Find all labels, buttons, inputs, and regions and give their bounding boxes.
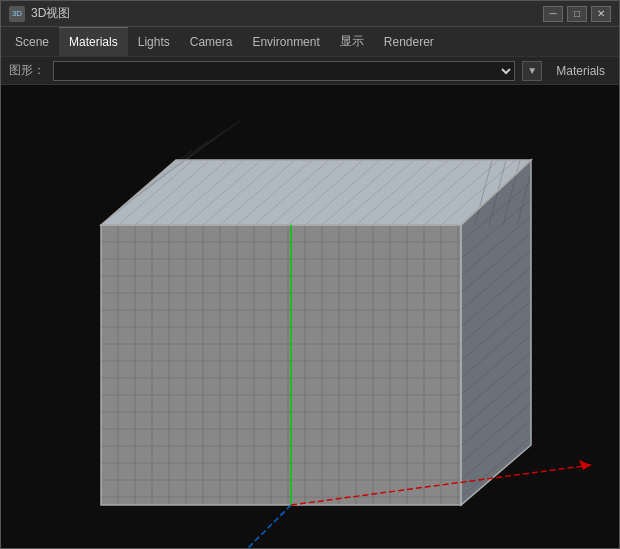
tab-environment[interactable]: Environment <box>242 27 329 56</box>
tab-materials[interactable]: Materials <box>59 27 128 56</box>
title-bar: 3D 3D视图 ─ □ ✕ <box>1 1 619 27</box>
menu-bar: Scene Materials Lights Camera Environmen… <box>1 27 619 57</box>
title-controls: ─ □ ✕ <box>543 6 611 22</box>
tab-display[interactable]: 显示 <box>330 27 374 56</box>
select-dropdown-arrow[interactable]: ▼ <box>522 61 542 81</box>
tab-camera[interactable]: Camera <box>180 27 243 56</box>
app-icon: 3D <box>9 6 25 22</box>
materials-button[interactable]: Materials <box>550 62 611 80</box>
restore-button[interactable]: □ <box>567 6 587 22</box>
viewport[interactable]: L 下载吧 www.xiazaiba.com <box>1 85 619 548</box>
tab-lights[interactable]: Lights <box>128 27 180 56</box>
app-window: 3D 3D视图 ─ □ ✕ Scene Materials Lights Cam… <box>0 0 620 549</box>
tab-renderer[interactable]: Renderer <box>374 27 444 56</box>
scene-svg: L 下载吧 www.xiazaiba.com <box>1 85 619 548</box>
close-button[interactable]: ✕ <box>591 6 611 22</box>
window-title: 3D视图 <box>31 5 70 22</box>
minimize-button[interactable]: ─ <box>543 6 563 22</box>
shape-select[interactable] <box>53 61 515 81</box>
tab-scene[interactable]: Scene <box>5 27 59 56</box>
toolbar: 图形： ▼ Materials <box>1 57 619 85</box>
shape-label: 图形： <box>9 62 45 79</box>
title-bar-left: 3D 3D视图 <box>9 5 70 22</box>
